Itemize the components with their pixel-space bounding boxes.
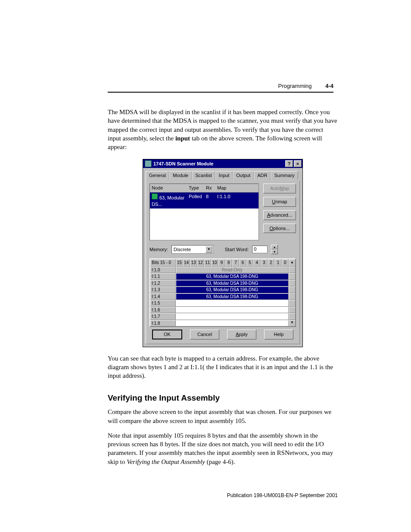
row-address: I:1.0	[150, 267, 176, 274]
options-button[interactable]: Options...	[263, 224, 296, 233]
spinner-down-icon[interactable]: ▼	[271, 249, 278, 254]
tab-module[interactable]: Module	[169, 171, 192, 180]
bit-header-cell: 13	[190, 259, 197, 267]
row-content: 63, Modular DSA 198-DNG	[176, 293, 289, 300]
start-word-input[interactable]: 0	[252, 246, 268, 253]
help-button[interactable]: Help	[264, 330, 293, 339]
titlebar[interactable]: 1747-SDN Scanner Module ? ×	[143, 159, 302, 168]
bit-map-row[interactable]: I:1.0Read-Only	[150, 267, 296, 274]
device-icon	[152, 193, 158, 199]
memory-combo[interactable]: Discrete ▼	[171, 245, 214, 254]
row-address: I:1.7	[150, 313, 176, 320]
spinner-up-icon[interactable]: ▲	[271, 245, 278, 249]
ok-button[interactable]: OK	[152, 330, 182, 339]
bit-map-row[interactable]: I:1.7	[150, 313, 296, 320]
scanner-module-dialog: 1747-SDN Scanner Module ? × General Modu…	[143, 159, 303, 347]
row-content: 63, Modular DSA 198-DNG	[176, 286, 289, 293]
scrollbar-track[interactable]	[289, 313, 296, 320]
bit-header-cell: 5	[246, 259, 253, 267]
header-section: Programming	[278, 83, 312, 89]
row-content: 63, Modular DSA 198-DNG	[176, 273, 289, 280]
scrollbar-track[interactable]	[289, 267, 296, 274]
node-list[interactable]: Node Type Rx Map 63, Modular DS... Polle…	[149, 184, 259, 240]
col-node: Node	[152, 185, 189, 191]
bit-header-cell: 0	[282, 259, 289, 267]
tab-strip: General Module Scanlist Input Output ADR…	[143, 168, 302, 180]
unmap-button[interactable]: Unmap	[263, 197, 296, 207]
bit-header-cell: 6	[239, 259, 246, 267]
page-header: Programming 4-4	[108, 83, 333, 93]
bit-header-cell: 15	[176, 259, 183, 267]
paragraph-4: Note that input assembly 105 requires 8 …	[108, 431, 338, 466]
section-heading: Verifying the Input Assembly	[108, 392, 338, 404]
row-content	[176, 320, 289, 327]
row-content: Read-Only	[176, 267, 289, 274]
start-word-label: Start Word:	[225, 246, 249, 253]
chevron-down-icon[interactable]: ▼	[206, 246, 212, 253]
paragraph-2: You can see that each byte is mapped to …	[108, 354, 338, 380]
bit-header-cell: 14	[183, 259, 190, 267]
col-type: Type	[189, 185, 206, 191]
cancel-button[interactable]: Cancel	[190, 330, 219, 339]
scrollbar-track[interactable]	[289, 273, 296, 280]
header-page-number: 4-4	[325, 83, 333, 89]
scrollbar-track[interactable]	[289, 280, 296, 287]
node-row-selected[interactable]: 63, Modular DS... Polled 8 I:1.1.0	[150, 193, 258, 208]
row-content	[176, 307, 289, 314]
context-help-button[interactable]: ?	[285, 160, 293, 167]
bits-label: Bits 15 - 0	[150, 259, 176, 267]
bit-header-cell: 11	[204, 259, 211, 267]
row-address: I:1.2	[150, 280, 176, 287]
row-content: 63, Modular DSA 198-DNG	[176, 280, 289, 287]
app-icon	[145, 160, 152, 167]
dialog-title: 1747-SDN Scanner Module	[153, 161, 213, 167]
bit-map-row[interactable]: I:1.5	[150, 300, 296, 307]
bit-map-grid: Bits 15 - 0 1514131211109876543210 ▲ I:1…	[149, 258, 296, 327]
bit-header-cell: 3	[261, 259, 268, 267]
tab-output[interactable]: Output	[233, 171, 254, 180]
bit-header-cell: 4	[253, 259, 260, 267]
bit-header-cell: 8	[225, 259, 232, 267]
bit-header-cell: 10	[211, 259, 218, 267]
row-address: I:1.4	[150, 293, 176, 300]
scrollbar-track[interactable]	[289, 300, 296, 307]
bit-map-row[interactable]: I:1.263, Modular DSA 198-DNG	[150, 280, 296, 287]
memory-value: Discrete	[174, 246, 191, 253]
col-map: Map	[217, 185, 257, 191]
scroll-up-icon[interactable]: ▲	[289, 259, 296, 267]
automap-button: AutoMap	[263, 184, 296, 193]
scrollbar-track[interactable]	[289, 286, 296, 293]
row-content	[176, 300, 289, 307]
tab-summary[interactable]: Summary	[271, 171, 298, 180]
bit-header-cell: 2	[268, 259, 274, 267]
paragraph-3: Compare the above screen to the input as…	[108, 408, 338, 425]
bit-header-cell: 12	[197, 259, 204, 267]
close-button[interactable]: ×	[294, 160, 302, 167]
bit-map-row[interactable]: I:1.163, Modular DSA 198-DNG	[150, 273, 296, 280]
bit-map-row[interactable]: I:1.8▼	[150, 320, 296, 327]
scrollbar-track[interactable]	[289, 293, 296, 300]
bit-map-row[interactable]: I:1.6	[150, 307, 296, 314]
memory-label: Memory:	[149, 246, 168, 253]
scrollbar-track[interactable]	[289, 307, 296, 314]
bit-map-row[interactable]: I:1.463, Modular DSA 198-DNG	[150, 293, 296, 300]
tab-general[interactable]: General	[146, 171, 169, 180]
bit-header-cell: 1	[274, 259, 281, 267]
col-rx: Rx	[206, 185, 217, 191]
row-address: I:1.1	[150, 273, 176, 280]
publication-footer: Publication 198-UM001B-EN-P September 20…	[108, 492, 338, 499]
bit-header-cell: 7	[232, 259, 239, 267]
bit-map-row[interactable]: I:1.363, Modular DSA 198-DNG	[150, 286, 296, 293]
apply-button[interactable]: Apply	[227, 330, 256, 339]
row-address: I:1.6	[150, 307, 176, 314]
tab-scanlist[interactable]: Scanlist	[192, 171, 215, 180]
paragraph-1: The MDSA will be displayed in the scanli…	[108, 108, 338, 151]
tab-input[interactable]: Input	[215, 171, 233, 180]
scroll-down-icon[interactable]: ▼	[289, 320, 296, 327]
bit-header-cell: 9	[218, 259, 225, 267]
advanced-button[interactable]: Advanced...	[263, 210, 296, 220]
tab-adr[interactable]: ADR	[254, 171, 271, 180]
start-word-spinner[interactable]: ▲ ▼	[271, 245, 278, 254]
row-content	[176, 313, 289, 320]
row-address: I:1.3	[150, 286, 176, 293]
